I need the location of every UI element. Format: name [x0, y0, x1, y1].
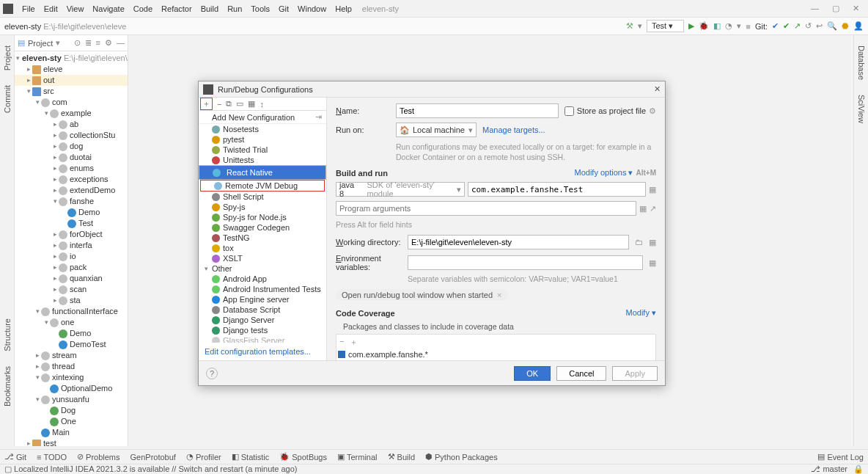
bottom-spotbugs[interactable]: 🐞 SpotBugs	[279, 452, 327, 462]
expand-all-icon[interactable]: ≣	[85, 38, 92, 48]
list-item[interactable]: Django tests	[199, 325, 326, 335]
status-lock-icon[interactable]: 🔒	[853, 464, 864, 474]
menu-refactor[interactable]: Refactor	[157, 3, 196, 15]
gear-icon[interactable]: ⚙	[649, 106, 656, 116]
main-class-input[interactable]	[468, 182, 646, 197]
coverage-icon[interactable]: ◧	[713, 21, 721, 31]
list-item[interactable]: Swagger Codegen	[199, 222, 326, 233]
expand-icon2[interactable]: ↗	[650, 204, 656, 214]
collapse-all-icon[interactable]: ≡	[96, 38, 100, 48]
list-item[interactable]: Database Script	[199, 305, 326, 315]
list-item[interactable]: Spy-js for Node.js	[199, 212, 326, 222]
tab-database[interactable]: Database	[857, 45, 866, 80]
bottom-terminal[interactable]: ▣ Terminal	[337, 452, 378, 462]
tag-close-icon[interactable]: ×	[497, 291, 501, 299]
breadcrumb-project[interactable]: eleven-sty	[4, 22, 41, 31]
cov-add-icon[interactable]: ＋	[350, 337, 358, 348]
tab-structure[interactable]: Structure	[3, 318, 12, 351]
tree-node[interactable]: ▾yunsuanfu	[15, 394, 128, 405]
tree-node[interactable]: ▾example	[15, 108, 128, 119]
list-item[interactable]: Nosetests	[199, 124, 326, 134]
tree-node[interactable]: ▸enums	[15, 163, 128, 174]
tree-node[interactable]: DemoTest	[15, 339, 128, 350]
tree-node[interactable]: Dog	[15, 405, 128, 416]
tree-node[interactable]: ▸test	[15, 438, 128, 446]
tree-node[interactable]: ▸dog	[15, 141, 128, 152]
tree-node[interactable]: Demo	[15, 207, 128, 218]
minimize-icon[interactable]: —	[811, 4, 819, 13]
add-config-button[interactable]: ＋	[200, 98, 213, 110]
list-item[interactable]: Django Server	[199, 315, 326, 325]
manage-targets-link[interactable]: Manage targets...	[482, 125, 545, 134]
coverage-row[interactable]: com.example.fanshe.*	[338, 350, 654, 359]
menu-git[interactable]: Git	[274, 3, 293, 15]
hide-icon[interactable]: —	[117, 38, 125, 48]
project-view-icon[interactable]: ▤	[18, 38, 25, 48]
tree-node[interactable]: ▸duotai	[15, 152, 128, 163]
status-branch[interactable]: ⎇ master	[811, 464, 847, 474]
stop-icon[interactable]: ■	[746, 22, 751, 31]
user-icon[interactable]: 👤	[853, 21, 864, 31]
insert-icon[interactable]: ▦	[649, 238, 656, 247]
more-icon[interactable]: ▾	[737, 21, 741, 31]
bottom-build[interactable]: ⚒ Build	[388, 452, 415, 462]
folder-config-button[interactable]: ▦	[248, 99, 255, 109]
store-checkbox[interactable]	[564, 106, 574, 116]
bottom-genprotobuf[interactable]: GenProtobuf	[130, 453, 176, 462]
menu-view[interactable]: View	[62, 3, 89, 15]
tab-commit[interactable]: Commit	[3, 85, 12, 113]
browse-icon[interactable]: ▦	[649, 185, 656, 194]
list-item[interactable]: Shell Script	[199, 192, 326, 202]
menu-tools[interactable]: Tools	[246, 3, 274, 15]
folder-icon[interactable]: 🗀	[635, 238, 643, 247]
open-tool-window-tag[interactable]: Open run/debug tool window when started×	[336, 289, 508, 301]
tree-node[interactable]: Test	[15, 218, 128, 229]
run-config-dropdown[interactable]: Test ▾	[647, 20, 684, 32]
menu-code[interactable]: Code	[129, 3, 157, 15]
tree-node[interactable]: ▾fanshe	[15, 196, 128, 207]
pin-icon[interactable]: ⇥	[315, 112, 322, 122]
list-item[interactable]: pytest	[199, 134, 326, 145]
help-button[interactable]: ?	[206, 368, 218, 379]
list-item-highlight[interactable]: Remote JVM Debug	[200, 180, 325, 192]
tree-node[interactable]: ▸forObject	[15, 229, 128, 240]
tree-node[interactable]: ▸pack	[15, 262, 128, 273]
tree-node[interactable]: ▾one	[15, 317, 128, 328]
tree-node[interactable]: ▸collectionStu	[15, 130, 128, 141]
debug-icon[interactable]: 🐞	[699, 21, 709, 31]
list-item[interactable]: Android Instrumented Tests	[199, 284, 326, 294]
sidebar-title[interactable]: Project	[28, 39, 53, 48]
bottom-profiler[interactable]: ◔ Profiler	[186, 452, 221, 462]
sdk-dropdown[interactable]: java 8 SDK of 'eleven-sty' module▾	[336, 182, 465, 197]
save-config-button[interactable]: ▭	[236, 99, 243, 109]
copy-config-button[interactable]: ⧉	[226, 99, 232, 109]
chevron-down-icon[interactable]: ▾	[56, 38, 60, 48]
git-update-icon[interactable]: ✔	[772, 21, 779, 31]
git-push-icon[interactable]: ↗	[794, 21, 801, 31]
menu-edit[interactable]: Edit	[40, 3, 62, 15]
bottom-eventlog[interactable]: ▤ Event Log	[817, 452, 864, 462]
list-item-selected[interactable]: React Native	[199, 165, 326, 180]
list-item[interactable]: GlassFish Server	[199, 335, 326, 343]
cov-remove-icon[interactable]: −	[339, 337, 344, 348]
profile-icon[interactable]: ◔	[725, 21, 732, 31]
close-icon[interactable]: ✕	[853, 4, 859, 13]
list-item[interactable]: TestNG	[199, 233, 326, 243]
edit-templates-link[interactable]: Edit configuration templates...	[199, 343, 326, 360]
program-args-input[interactable]	[336, 201, 636, 216]
tree-node[interactable]: ▸exceptions	[15, 174, 128, 185]
apply-button[interactable]: Apply	[612, 366, 658, 381]
tree-node[interactable]: ▾com	[15, 97, 128, 108]
working-dir-input[interactable]	[408, 235, 629, 249]
env-input[interactable]	[408, 255, 643, 270]
bottom-statistic[interactable]: ◧ Statistic	[232, 452, 270, 462]
git-commit-icon[interactable]: ✔	[783, 21, 790, 31]
git-history-icon[interactable]: ↺	[805, 21, 812, 31]
run-icon[interactable]: ▶	[688, 21, 694, 31]
list-item[interactable]: Android App	[199, 274, 326, 284]
list-item[interactable]: Twisted Trial	[199, 145, 326, 155]
runon-dropdown[interactable]: 🏠 Local machine ▾	[396, 123, 477, 137]
search-icon[interactable]: 🔍	[827, 21, 837, 31]
list-group-other[interactable]: ▾Other	[199, 263, 326, 274]
cancel-button[interactable]: Cancel	[556, 366, 606, 381]
